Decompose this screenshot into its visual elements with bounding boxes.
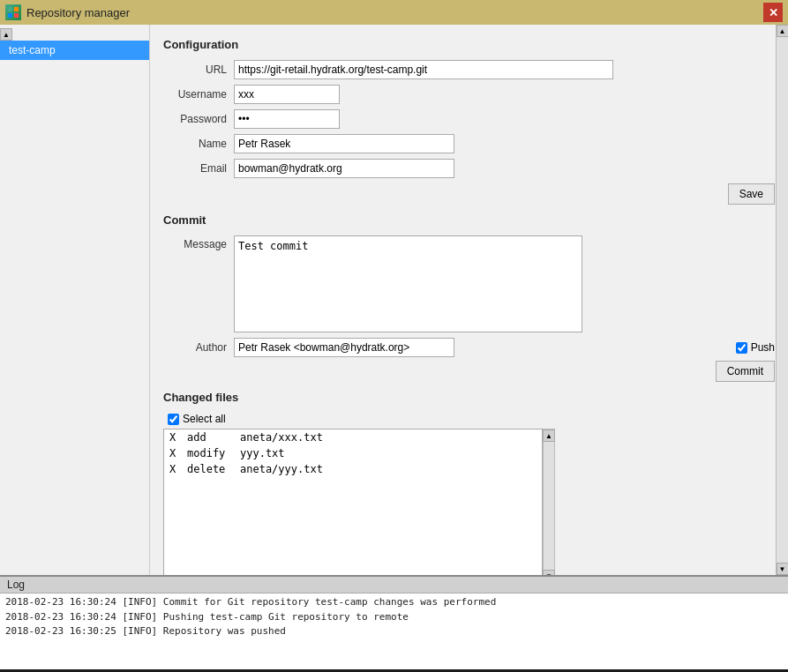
- email-row: Email: [163, 159, 775, 178]
- author-input[interactable]: [234, 338, 454, 357]
- author-row: Author: [163, 338, 454, 357]
- select-all-checkbox[interactable]: [168, 414, 179, 425]
- file-name: yyy.txt: [235, 445, 542, 461]
- title-bar: Repository manager ✕: [0, 0, 788, 25]
- push-row: Push: [736, 341, 775, 354]
- commit-btn-row: Commit: [163, 361, 775, 382]
- save-button[interactable]: Save: [728, 183, 775, 205]
- email-label: Email: [163, 162, 234, 175]
- file-action: delete: [182, 461, 235, 477]
- log-line: 2018-02-23 16:30:25 [INFO] Repository wa…: [5, 624, 783, 639]
- svg-rect-2: [8, 13, 12, 18]
- save-btn-row: Save: [163, 183, 775, 205]
- content-scrollbar-right: ▲ ▼: [776, 25, 788, 575]
- name-input[interactable]: [234, 134, 454, 153]
- files-scroll-down[interactable]: ▼: [543, 570, 555, 575]
- log-line: 2018-02-23 16:30:24 [INFO] Commit for Gi…: [5, 595, 783, 610]
- author-label: Author: [163, 341, 234, 354]
- files-scrollbar: ▲ ▼: [543, 429, 555, 575]
- name-label: Name: [163, 138, 234, 150]
- files-table-container: X add aneta/xxx.txt X modify yyy.txt X d…: [163, 429, 543, 575]
- file-action: add: [182, 429, 235, 445]
- message-row: Message Test commit: [163, 235, 775, 332]
- table-row[interactable]: X delete aneta/yyy.txt: [164, 461, 542, 477]
- name-row: Name: [163, 134, 775, 153]
- app-icon: [5, 4, 21, 20]
- sidebar: ▲ test-camp: [0, 25, 150, 575]
- file-name: aneta/xxx.txt: [235, 429, 542, 445]
- svg-rect-3: [14, 13, 19, 18]
- log-line: 2018-02-23 16:30:24 [INFO] Pushing test-…: [5, 610, 783, 625]
- table-row[interactable]: X add aneta/xxx.txt: [164, 429, 542, 445]
- files-table: X add aneta/xxx.txt X modify yyy.txt X d…: [164, 429, 542, 477]
- log-content: 2018-02-23 16:30:24 [INFO] Commit for Gi…: [0, 594, 788, 669]
- close-button[interactable]: ✕: [763, 3, 783, 22]
- changed-files-title: Changed files: [163, 391, 775, 404]
- content-wrapper: Configuration URL Username Password Name: [150, 25, 788, 575]
- files-wrapper: X add aneta/xxx.txt X modify yyy.txt X d…: [163, 429, 775, 575]
- username-label: Username: [163, 88, 234, 101]
- configuration-title: Configuration: [163, 38, 775, 51]
- changed-files-section: Changed files Select all X add aneta/xxx…: [163, 391, 775, 575]
- password-row: Password: [163, 109, 775, 129]
- sidebar-scroll-up[interactable]: ▲: [0, 28, 12, 41]
- commit-title: Commit: [163, 213, 775, 227]
- username-row: Username: [163, 85, 775, 104]
- sidebar-item-test-camp[interactable]: test-camp: [0, 41, 149, 60]
- url-label: URL: [163, 63, 234, 76]
- url-row: URL: [163, 60, 775, 79]
- file-name: aneta/yyy.txt: [235, 461, 542, 477]
- content-scroll: Configuration URL Username Password Name: [150, 25, 788, 575]
- content-scroll-down[interactable]: ▼: [777, 563, 789, 575]
- log-area: Log 2018-02-23 16:30:24 [INFO] Commit fo…: [0, 575, 788, 672]
- password-input[interactable]: [234, 109, 340, 129]
- files-scroll-up[interactable]: ▲: [543, 429, 555, 442]
- file-check: X: [164, 445, 182, 461]
- message-label: Message: [163, 235, 234, 250]
- svg-rect-1: [14, 7, 19, 11]
- email-input[interactable]: [234, 159, 454, 178]
- url-input[interactable]: [234, 60, 613, 79]
- main-area: ▲ test-camp Configuration URL Username P…: [0, 25, 788, 575]
- select-all-label: Select all: [183, 413, 226, 425]
- file-action: modify: [182, 445, 235, 461]
- push-checkbox[interactable]: [736, 342, 747, 354]
- title-bar-left: Repository manager: [5, 4, 130, 20]
- username-input[interactable]: [234, 85, 340, 104]
- file-check: X: [164, 461, 182, 477]
- password-label: Password: [163, 113, 234, 125]
- main-window: Repository manager ✕ ▲ test-camp Configu…: [0, 0, 788, 672]
- content-scroll-up[interactable]: ▲: [777, 25, 789, 37]
- window-title: Repository manager: [26, 6, 130, 19]
- push-label: Push: [751, 341, 775, 354]
- message-textarea[interactable]: Test commit: [234, 235, 582, 332]
- log-header: Log: [0, 577, 788, 594]
- select-all-row: Select all: [168, 413, 775, 425]
- table-row[interactable]: X modify yyy.txt: [164, 445, 542, 461]
- svg-rect-0: [8, 7, 12, 11]
- commit-button[interactable]: Commit: [716, 361, 775, 382]
- file-check: X: [164, 429, 182, 445]
